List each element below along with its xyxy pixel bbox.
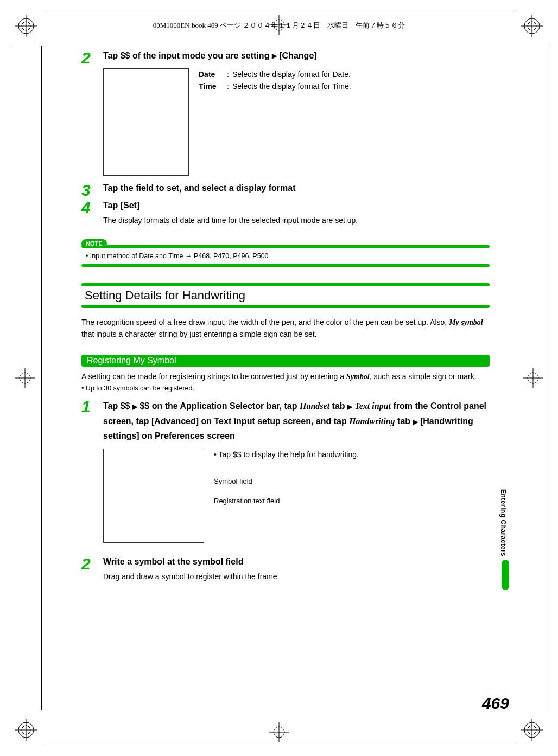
text-part: , such as a simple sign or mark. [370,372,477,381]
emphasis: Symbol [346,373,370,381]
svg-point-5 [524,18,540,34]
note-block: NOTE Input method of Date and Time → P46… [81,226,490,267]
section-heading: Setting Details for Handwriting [81,280,490,311]
kv-item: Time : Selects the display format for Ti… [199,80,351,92]
step-2-bottom: 2 Write a symbol at the symbol field Dra… [81,556,490,582]
note-label: NOTE [81,239,107,248]
svg-point-12 [528,726,536,734]
section-text: The recognition speed of a free draw inp… [81,317,490,340]
subsection-heading: Registering My Symbol [81,355,490,367]
triangle-icon: ▶ [272,52,277,60]
crop-line-left [10,44,10,712]
svg-point-13 [524,722,540,738]
document-header-text: 00M1000EN.book 469 ページ ２００４年１１月２４日 水曜日 午… [65,21,493,30]
triangle-icon: ▶ [413,418,418,425]
heading-bar [81,305,490,308]
section: Setting Details for Handwriting The reco… [81,280,490,582]
kv-item: Date : Selects the display format for Da… [199,68,351,80]
registration-mark-icon [522,367,544,389]
kv-colon: : [224,68,232,80]
subsection-bullet: Up to 30 symbols can be registered. [81,385,490,392]
illustration-row: Tap $$ to display the help for handwriti… [103,449,490,543]
label-column: Tap $$ to display the help for handwriti… [214,449,359,543]
svg-point-19 [274,727,284,738]
field-label: Registration text field [214,495,359,507]
side-tab: Entering Characters [499,489,511,590]
step-3: 3 Tap the field to set, and select a dis… [81,182,490,198]
emphasis: Handset [300,401,329,411]
note-text-part: Input method of Date and Time [90,252,185,260]
step-title: Tap the field to set, and select a displ… [103,182,490,194]
screenshot-placeholder [103,449,204,543]
emphasis: Handwriting [349,417,395,426]
crop-mark-icon [521,15,543,37]
svg-point-4 [528,22,536,30]
registration-mark-icon [14,367,36,389]
kv-key: Time [199,80,224,92]
triangle-icon: ▶ [132,403,137,411]
text-part: $$ on the Application Selector bar, tap [137,401,300,411]
kv-colon: : [224,80,232,92]
step-1-bottom: 1 Tap $$ ▶ $$ on the Application Selecto… [81,399,490,446]
triangle-icon: ▶ [347,403,352,411]
svg-point-0 [22,22,30,30]
text-part: that inputs a character string by just e… [81,330,316,338]
note-bar [81,245,490,248]
kv-list: Date : Selects the display format for Da… [199,68,351,176]
crop-mark-icon [15,719,37,741]
svg-point-25 [528,373,538,383]
note-refs: P468, P470, P496, P500 [192,252,268,260]
kv-value: Selects the display format for Date. [232,68,351,80]
arrow-icon: → [185,252,192,260]
step-title: Tap $$ of the input mode you are setting… [103,50,490,62]
step-title: Write a symbol at the symbol field [103,556,490,568]
text-part: A setting can be made for registering st… [81,372,346,381]
illustration-row: Date : Selects the display format for Da… [103,68,490,176]
svg-point-22 [20,373,30,383]
section-title: Setting Details for Handwriting [81,286,490,305]
note-bar [81,264,490,267]
step-title-text: [Change] [277,51,317,60]
step-number: 2 [81,50,103,66]
step-4: 4 Tap [Set] The display formats of date … [81,200,490,226]
text-part: Tap $$ [103,401,132,411]
step-title: Tap [Set] [103,200,490,212]
page-number: 469 [482,694,509,713]
step-number: 1 [81,399,103,446]
emphasis: My symbol [449,318,483,326]
svg-point-8 [22,726,30,734]
step-number: 3 [81,182,103,198]
svg-point-1 [18,18,34,34]
step-title: Tap $$ ▶ $$ on the Application Selector … [103,399,490,443]
emphasis: Text input [354,401,391,411]
text-part: tab [395,417,413,426]
step-title-text: Tap $$ of the input mode you are setting [103,51,272,60]
registration-mark-icon [268,721,290,743]
crop-line-top [45,10,513,10]
screenshot-placeholder [103,68,189,176]
crop-mark-icon [15,15,37,37]
step-2: 2 Tap $$ of the input mode you are setti… [81,50,490,66]
step-text: The display formats of date and time for… [103,215,490,226]
help-bullet: Tap $$ to display the help for handwriti… [214,449,359,462]
crop-line-bottom [45,746,513,746]
text-part: tab [329,401,347,411]
step-text: Drag and draw a symbol to register withi… [103,571,490,582]
kv-value: Selects the display format for Time. [232,80,351,92]
crop-line-inner [41,46,42,710]
svg-point-9 [18,722,34,738]
kv-key: Date [199,68,224,80]
text-part: The recognition speed of a free draw inp… [81,318,449,326]
page-content: 2 Tap $$ of the input mode you are setti… [81,43,509,713]
crop-line-right [548,44,548,712]
side-tab-pill [502,560,509,590]
subsection-text: A setting can be made for registering st… [81,371,490,383]
note-text: Input method of Date and Time → P468, P4… [86,252,490,260]
crop-mark-icon [521,719,543,741]
step-number: 2 [81,556,103,582]
side-tab-label: Entering Characters [499,489,507,556]
step-number: 4 [81,200,103,226]
field-label: Symbol field [214,476,359,488]
